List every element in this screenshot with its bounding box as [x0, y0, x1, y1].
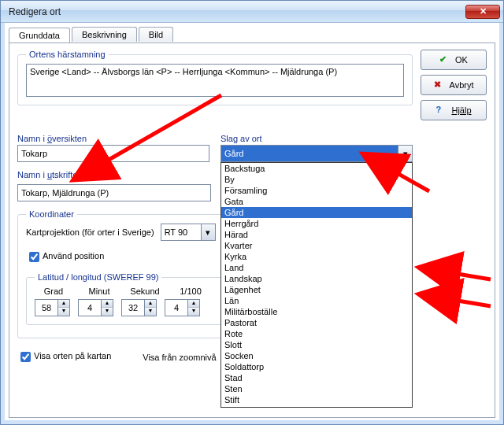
close-icon: ✕ — [480, 6, 487, 17]
close-button[interactable]: ✕ — [465, 5, 500, 19]
place-type-option[interactable]: Militärboställe — [221, 306, 412, 317]
origin-legend: Ortens härstamning — [26, 50, 109, 59]
place-type-option[interactable]: Landskap — [221, 273, 412, 284]
h-spinner[interactable]: ▲▼ — [165, 299, 200, 316]
annotation-arrow-icon — [388, 166, 435, 199]
svg-line-3 — [453, 300, 491, 306]
tab-beskrivning[interactable]: Beskrivning — [72, 27, 137, 42]
place-type-option[interactable]: Kvarter — [221, 240, 412, 251]
place-type-option[interactable]: Härad — [221, 229, 412, 240]
place-type-option[interactable]: Stift — [221, 394, 412, 405]
proj-label: Kartprojektion (för orter i Sverige) — [26, 227, 154, 237]
proj-combo[interactable]: ▾ — [161, 224, 216, 241]
place-type-combo[interactable]: ▾ BackstugaByFörsamlingGataGårdHerrgårdH… — [220, 145, 413, 162]
place-type-option[interactable]: Gård — [221, 207, 412, 218]
tab-bild[interactable]: Bild — [139, 27, 173, 42]
latlon-group: Latitud / longitud (SWEREF 99) Grad Minu… — [26, 272, 231, 325]
ok-button[interactable]: ✔OK — [421, 50, 487, 70]
place-type-option[interactable]: Säteri — [221, 405, 412, 408]
place-type-option[interactable]: Stad — [221, 372, 412, 383]
place-type-option[interactable]: Pastorat — [221, 317, 412, 328]
check-icon: ✔ — [439, 54, 450, 65]
place-type-option[interactable]: Län — [221, 295, 412, 306]
place-type-option[interactable]: Soldattorp — [221, 361, 412, 372]
tab-strip: Grunddata Beskrivning Bild — [9, 27, 495, 42]
place-type-option[interactable]: Slott — [221, 339, 412, 350]
dialog-buttons: ✔OK ✖Avbryt ?Hjälp — [421, 50, 487, 120]
place-type-option[interactable]: Backstuga — [221, 163, 412, 174]
tab-grunddata[interactable]: Grunddata — [9, 28, 70, 42]
place-type-option[interactable]: Land — [221, 262, 412, 273]
place-type-option[interactable]: Sten — [221, 383, 412, 394]
min-spinner[interactable]: ▲▼ — [78, 299, 113, 316]
place-type-value[interactable] — [220, 145, 413, 162]
place-type-option[interactable]: By — [221, 174, 412, 185]
svg-line-1 — [393, 171, 429, 191]
place-type-option[interactable]: Lägenhet — [221, 284, 412, 295]
spin-up-icon[interactable]: ▲ — [58, 300, 69, 308]
place-type-dropdown[interactable]: BackstugaByFörsamlingGataGårdHerrgårdHär… — [220, 162, 413, 408]
use-position-checkbox[interactable]: Använd position — [26, 249, 104, 264]
window: Redigera ort ✕ Grunddata Beskrivning Bil… — [0, 0, 504, 425]
spin-down-icon[interactable]: ▼ — [58, 308, 69, 316]
titlebar: Redigera ort ✕ — [1, 1, 503, 23]
cancel-button[interactable]: ✖Avbryt — [421, 75, 487, 95]
chevron-down-icon[interactable]: ▾ — [201, 224, 215, 240]
place-type-option[interactable]: Rote — [221, 328, 412, 339]
question-icon: ? — [435, 105, 447, 116]
content: Grunddata Beskrivning Bild ✔OK ✖Avbryt ?… — [9, 27, 495, 418]
sek-spinner[interactable]: ▲▼ — [121, 299, 157, 316]
place-type-option[interactable]: Församling — [221, 185, 412, 196]
chevron-down-icon[interactable]: ▾ — [398, 146, 412, 161]
place-type-label: Slag av ort — [220, 134, 413, 143]
help-button[interactable]: ?Hjälp — [421, 100, 487, 120]
cross-icon: ✖ — [434, 79, 445, 91]
coords-legend: Koordinater — [26, 209, 77, 219]
tab-panel: ✔OK ✖Avbryt ?Hjälp Ortens härstamning Sv… — [9, 42, 495, 418]
place-type-option[interactable]: Socken — [221, 350, 412, 361]
place-type-option[interactable]: Herrgård — [221, 218, 412, 229]
place-type-option[interactable]: Kyrka — [221, 251, 412, 262]
place-type-option[interactable]: Gata — [221, 196, 412, 207]
annotation-arrow-icon — [95, 95, 229, 176]
show-map-checkbox[interactable]: Visa orten på kartan — [17, 349, 111, 364]
zoom-from-label: Visa från zoomnivå — [143, 353, 216, 362]
svg-line-0 — [103, 95, 221, 163]
name-print-input[interactable] — [17, 184, 211, 201]
latlon-legend: Latitud / longitud (SWEREF 99) — [35, 272, 161, 282]
annotation-arrow-icon — [450, 294, 497, 311]
grad-spinner[interactable]: ▲▼ — [35, 299, 70, 316]
svg-line-2 — [453, 273, 491, 279]
window-title: Redigera ort — [9, 6, 465, 17]
annotation-arrow-icon — [450, 267, 497, 284]
origin-text[interactable]: Sverige <Land> -- Älvsborgs län <P> -- H… — [26, 64, 404, 97]
